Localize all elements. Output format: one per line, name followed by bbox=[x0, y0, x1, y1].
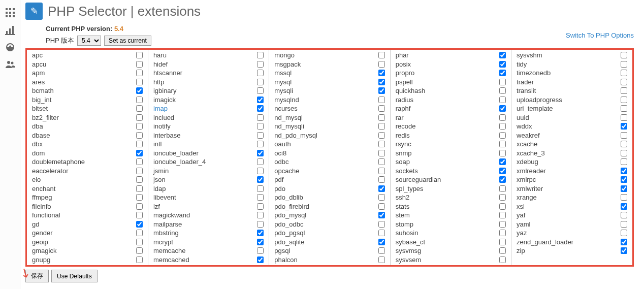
extension-checkbox[interactable] bbox=[136, 61, 143, 68]
extension-checkbox[interactable] bbox=[621, 194, 627, 201]
extension-checkbox[interactable] bbox=[499, 239, 506, 245]
extension-checkbox[interactable] bbox=[499, 61, 506, 68]
extension-checkbox[interactable] bbox=[378, 176, 385, 183]
extension-checkbox[interactable] bbox=[378, 87, 385, 94]
extension-checkbox[interactable] bbox=[257, 176, 264, 183]
extension-checkbox[interactable] bbox=[257, 194, 264, 201]
extension-checkbox[interactable] bbox=[136, 168, 143, 174]
extension-checkbox[interactable] bbox=[136, 230, 143, 236]
extension-checkbox[interactable] bbox=[499, 123, 506, 130]
extension-checkbox[interactable] bbox=[621, 123, 627, 130]
use-defaults-button[interactable]: Use Defaults bbox=[51, 270, 98, 282]
extension-checkbox[interactable] bbox=[257, 203, 264, 210]
extension-checkbox[interactable] bbox=[499, 212, 506, 218]
extension-checkbox[interactable] bbox=[257, 87, 264, 94]
extension-checkbox[interactable] bbox=[621, 52, 627, 58]
extension-checkbox[interactable] bbox=[378, 158, 385, 165]
extension-checkbox[interactable] bbox=[136, 132, 143, 139]
extension-checkbox[interactable] bbox=[378, 221, 385, 228]
extension-checkbox[interactable] bbox=[621, 212, 627, 218]
extension-checkbox[interactable] bbox=[257, 70, 264, 76]
extension-checkbox[interactable] bbox=[499, 158, 506, 165]
dashboard-icon[interactable] bbox=[0, 39, 20, 56]
extension-checkbox[interactable] bbox=[621, 70, 627, 76]
extension-checkbox[interactable] bbox=[136, 158, 143, 165]
extension-checkbox[interactable] bbox=[378, 168, 385, 174]
extension-checkbox[interactable] bbox=[499, 203, 506, 210]
extension-checkbox[interactable] bbox=[257, 79, 264, 85]
extension-checkbox[interactable] bbox=[621, 114, 627, 121]
extension-checkbox[interactable] bbox=[136, 221, 143, 228]
grid-icon[interactable] bbox=[0, 4, 20, 21]
extension-checkbox[interactable] bbox=[136, 247, 143, 254]
extension-checkbox[interactable] bbox=[499, 114, 506, 121]
extension-checkbox[interactable] bbox=[378, 185, 385, 192]
extension-checkbox[interactable] bbox=[378, 123, 385, 130]
extension-checkbox[interactable] bbox=[378, 79, 385, 85]
extension-label[interactable]: imap bbox=[153, 105, 168, 113]
extension-checkbox[interactable] bbox=[378, 141, 385, 147]
extension-checkbox[interactable] bbox=[621, 132, 627, 139]
extension-checkbox[interactable] bbox=[136, 150, 143, 156]
extension-checkbox[interactable] bbox=[257, 239, 264, 245]
extension-checkbox[interactable] bbox=[378, 132, 385, 139]
chart-icon[interactable] bbox=[0, 21, 20, 39]
extension-checkbox[interactable] bbox=[136, 256, 143, 263]
extension-checkbox[interactable] bbox=[499, 52, 506, 58]
extension-checkbox[interactable] bbox=[378, 230, 385, 236]
extension-checkbox[interactable] bbox=[499, 185, 506, 192]
php-version-select[interactable]: 5.4 bbox=[77, 36, 101, 46]
extension-checkbox[interactable] bbox=[378, 256, 385, 263]
extension-checkbox[interactable] bbox=[136, 52, 143, 58]
extension-checkbox[interactable] bbox=[621, 221, 627, 228]
extension-checkbox[interactable] bbox=[257, 97, 264, 103]
extension-checkbox[interactable] bbox=[499, 105, 506, 112]
extension-checkbox[interactable] bbox=[257, 256, 264, 263]
extension-checkbox[interactable] bbox=[257, 158, 264, 165]
extension-checkbox[interactable] bbox=[257, 132, 264, 139]
extension-checkbox[interactable] bbox=[621, 168, 627, 174]
extension-checkbox[interactable] bbox=[136, 185, 143, 192]
extension-checkbox[interactable] bbox=[621, 141, 627, 147]
extension-checkbox[interactable] bbox=[499, 141, 506, 147]
extension-checkbox[interactable] bbox=[136, 105, 143, 112]
extension-checkbox[interactable] bbox=[257, 123, 264, 130]
extension-checkbox[interactable] bbox=[257, 168, 264, 174]
extension-checkbox[interactable] bbox=[621, 247, 627, 254]
extension-checkbox[interactable] bbox=[499, 87, 506, 94]
extension-checkbox[interactable] bbox=[621, 176, 627, 183]
extension-checkbox[interactable] bbox=[621, 150, 627, 156]
extension-checkbox[interactable] bbox=[621, 239, 627, 245]
extension-checkbox[interactable] bbox=[257, 105, 264, 112]
extension-checkbox[interactable] bbox=[378, 97, 385, 103]
extension-checkbox[interactable] bbox=[136, 114, 143, 121]
extension-checkbox[interactable] bbox=[621, 185, 627, 192]
extension-checkbox[interactable] bbox=[621, 105, 627, 112]
extension-checkbox[interactable] bbox=[257, 185, 264, 192]
extension-checkbox[interactable] bbox=[499, 97, 506, 103]
extension-checkbox[interactable] bbox=[499, 150, 506, 156]
extension-checkbox[interactable] bbox=[499, 230, 506, 236]
extension-checkbox[interactable] bbox=[378, 247, 385, 254]
extension-checkbox[interactable] bbox=[378, 212, 385, 218]
extension-checkbox[interactable] bbox=[378, 194, 385, 201]
extension-checkbox[interactable] bbox=[499, 194, 506, 201]
extension-checkbox[interactable] bbox=[257, 61, 264, 68]
extension-checkbox[interactable] bbox=[257, 221, 264, 228]
extension-checkbox[interactable] bbox=[499, 256, 506, 263]
extension-checkbox[interactable] bbox=[136, 123, 143, 130]
extension-checkbox[interactable] bbox=[136, 141, 143, 147]
extension-checkbox[interactable] bbox=[136, 194, 143, 201]
extension-checkbox[interactable] bbox=[499, 79, 506, 85]
extension-checkbox[interactable] bbox=[136, 97, 143, 103]
extension-checkbox[interactable] bbox=[378, 70, 385, 76]
extension-checkbox[interactable] bbox=[257, 141, 264, 147]
extension-checkbox[interactable] bbox=[378, 114, 385, 121]
extension-checkbox[interactable] bbox=[378, 239, 385, 245]
set-as-current-button[interactable]: Set as current bbox=[104, 36, 151, 46]
extension-checkbox[interactable] bbox=[257, 150, 264, 156]
extension-checkbox[interactable] bbox=[378, 61, 385, 68]
extension-checkbox[interactable] bbox=[136, 79, 143, 85]
users-icon[interactable] bbox=[0, 56, 20, 73]
extension-checkbox[interactable] bbox=[136, 176, 143, 183]
